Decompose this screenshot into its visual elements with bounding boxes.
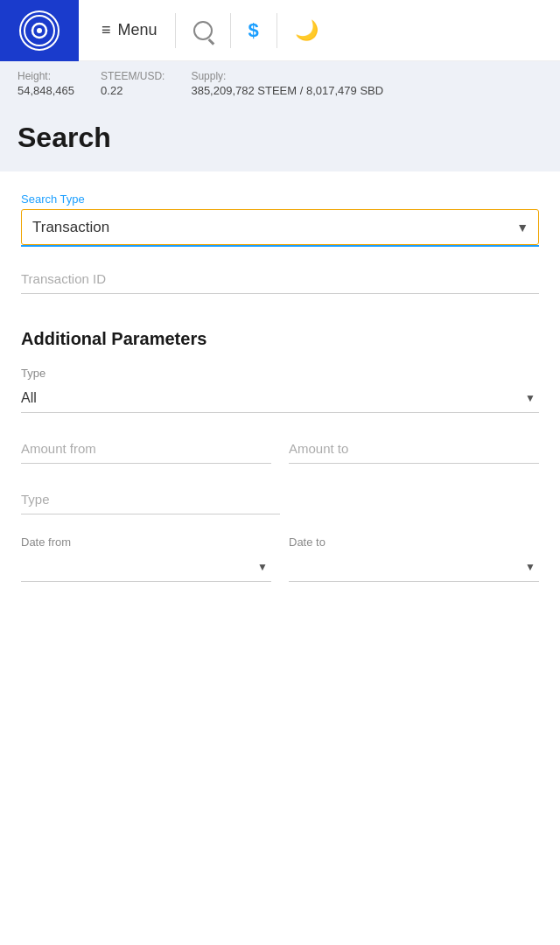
- amount-to-col: [289, 434, 539, 464]
- logo-box[interactable]: [0, 0, 79, 61]
- amount-to-input[interactable]: [289, 434, 539, 464]
- menu-button[interactable]: ≡ Menu: [93, 13, 176, 48]
- logo-icon: [19, 10, 60, 51]
- page-title-area: Search: [0, 106, 560, 172]
- date-to-select[interactable]: [289, 552, 539, 582]
- dollar-nav-button[interactable]: $: [231, 13, 277, 48]
- steem-usd-label: STEEM/USD:: [101, 70, 164, 82]
- amount-from-input[interactable]: [21, 434, 271, 464]
- date-row: Date from ▼ Date to ▼: [21, 536, 539, 582]
- type-text-section: [21, 485, 539, 514]
- additional-params-title: Additional Parameters: [21, 329, 539, 349]
- height-stat: Height: 54,848,465: [18, 70, 74, 97]
- amount-from-col: [21, 434, 271, 464]
- search-icon: [193, 21, 213, 40]
- menu-label: Menu: [118, 21, 158, 39]
- height-value: 54,848,465: [18, 84, 74, 97]
- search-type-underline: [21, 245, 539, 247]
- date-to-label: Date to: [289, 536, 539, 549]
- date-to-col: Date to ▼: [289, 536, 539, 582]
- search-type-select[interactable]: Transaction Block Account Witness: [21, 209, 539, 245]
- supply-stat: Supply: 385,209,782 STEEM / 8,017,479 SB…: [191, 70, 383, 97]
- height-label: Height:: [18, 70, 74, 82]
- search-type-field: Search Type Transaction Block Account Wi…: [21, 192, 539, 247]
- steem-usd-stat: STEEM/USD: 0.22: [101, 70, 164, 97]
- dollar-icon: $: [248, 19, 259, 42]
- search-nav-button[interactable]: [176, 13, 231, 48]
- type-dropdown-section: Type All Transfer Vote Comment Custom JS…: [21, 367, 539, 413]
- type-dropdown-label: Type: [21, 367, 539, 380]
- page-title: Search: [18, 122, 542, 154]
- main-content: Search Type Transaction Block Account Wi…: [0, 172, 560, 624]
- supply-value: 385,209,782 STEEM / 8,017,479 SBD: [191, 84, 383, 97]
- type-text-input[interactable]: [21, 485, 280, 514]
- date-to-select-wrapper: ▼: [289, 552, 539, 582]
- svg-point-1: [37, 28, 42, 33]
- transaction-id-input[interactable]: [21, 264, 539, 294]
- moon-icon: 🌙: [295, 19, 318, 42]
- search-type-select-wrapper: Transaction Block Account Witness ▼: [21, 209, 539, 245]
- amount-row: [21, 434, 539, 464]
- steem-usd-value: 0.22: [101, 84, 164, 97]
- nav-bar: ≡ Menu $ 🌙: [79, 13, 560, 48]
- search-type-label: Search Type: [21, 192, 539, 206]
- stats-bar: Height: 54,848,465 STEEM/USD: 0.22 Suppl…: [0, 61, 560, 106]
- supply-label: Supply:: [191, 70, 383, 82]
- date-from-select-wrapper: ▼: [21, 552, 271, 582]
- date-from-select[interactable]: [21, 552, 271, 582]
- type-select-wrapper: All Transfer Vote Comment Custom JSON ▼: [21, 383, 539, 413]
- transaction-id-field: [21, 264, 539, 298]
- hamburger-icon: ≡: [102, 21, 111, 39]
- type-select[interactable]: All Transfer Vote Comment Custom JSON: [21, 383, 539, 413]
- header: ≡ Menu $ 🌙: [0, 0, 560, 61]
- date-from-col: Date from ▼: [21, 536, 271, 582]
- theme-toggle-button[interactable]: 🌙: [277, 13, 336, 48]
- date-from-label: Date from: [21, 536, 271, 549]
